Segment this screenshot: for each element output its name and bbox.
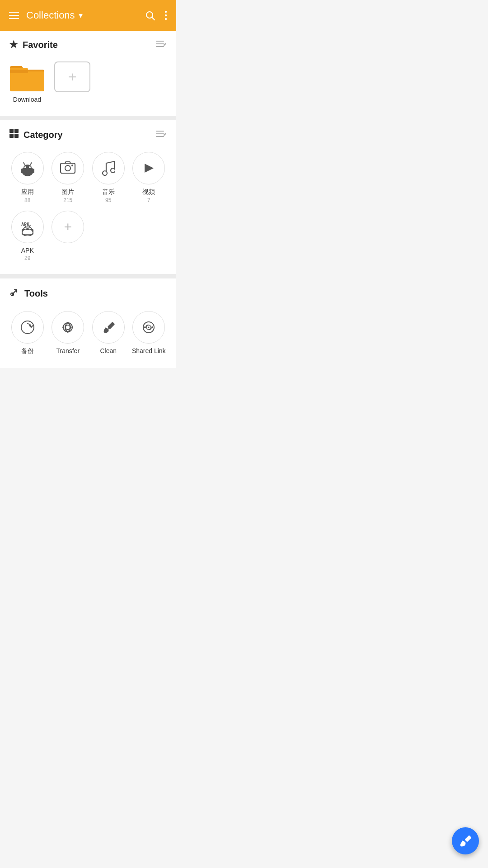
tools-items-grid: 备份 Transfer [9,309,167,360]
tool-item-shared-link[interactable]: Shared Link [131,311,168,355]
shared-link-icon [141,319,157,335]
wrench-icon [9,287,20,300]
android-icon [19,160,36,176]
tool-item-transfer[interactable]: Transfer [50,311,87,355]
svg-point-46 [67,331,69,333]
video-category-count: 7 [147,197,150,203]
app-header: Collections ▾ [0,0,176,31]
category-section: Category [0,120,176,274]
music-icon [102,160,115,176]
plus-icon-2: + [64,220,72,234]
favorite-section: ★ Favorite Download + [0,31,176,116]
svg-point-4 [165,18,167,20]
category-item-app[interactable]: 应用 88 [9,152,46,203]
tools-header: Tools [9,287,167,300]
svg-rect-9 [10,71,44,91]
svg-point-45 [71,326,73,328]
svg-point-54 [151,326,153,328]
shared-link-icon-circle [132,311,165,344]
apk-icon-circle: APK [11,211,44,243]
svg-rect-11 [10,70,28,73]
video-category-name: 视频 [142,188,155,196]
tools-title-text: Tools [24,288,48,299]
header-title-group[interactable]: Collections ▾ [26,9,83,21]
svg-point-2 [165,11,167,13]
favorite-edit-button[interactable] [155,39,167,51]
edit-list-icon [155,39,167,48]
add-category-button[interactable]: + [50,211,87,261]
category-title-text: Category [23,130,63,140]
menu-button[interactable] [9,12,19,19]
category-item-photo[interactable]: 图片 215 [50,152,87,203]
shared-link-tool-label: Shared Link [132,347,166,354]
category-edit-button[interactable] [155,129,167,141]
svg-point-21 [24,166,26,168]
svg-point-3 [165,14,167,16]
favorite-title: ★ Favorite [9,39,58,51]
svg-line-39 [29,225,30,227]
backup-icon [19,319,36,335]
clean-icon-circle [92,311,125,344]
svg-rect-13 [14,129,19,133]
edit-list-icon-2 [155,129,167,138]
app-category-count: 88 [24,197,30,203]
transfer-icon [60,319,76,335]
svg-point-30 [103,171,107,175]
folder-download-label: Download [13,96,41,103]
transfer-tool-label: Transfer [56,347,80,354]
favorite-header: ★ Favorite [9,39,167,51]
svg-point-53 [144,326,146,328]
category-items-grid: 应用 88 图片 215 [9,150,167,266]
photo-category-name: 图片 [61,188,74,196]
apk-icon: APK [19,218,37,236]
apk-category-name: APK [21,247,34,254]
svg-line-1 [152,18,155,20]
header-title-text: Collections [26,9,75,21]
add-circle-icon: + [52,211,84,243]
music-category-count: 95 [105,197,111,203]
svg-rect-20 [22,168,33,174]
plus-icon: + [68,70,77,84]
svg-point-31 [111,168,115,173]
divider-2 [0,274,176,278]
tool-item-clean[interactable]: Clean [90,311,127,355]
svg-point-47 [62,326,64,328]
add-folder-button[interactable]: + [54,61,90,92]
video-icon-circle [132,152,165,184]
app-icon-circle [11,152,44,184]
header-right [145,10,167,21]
app-category-name: 应用 [21,188,34,196]
folder-item-download[interactable]: Download [9,61,45,103]
backup-icon-circle [11,311,44,344]
category-header: Category [9,128,167,141]
more-options-button[interactable] [164,10,167,21]
tool-item-backup[interactable]: 备份 [9,311,46,355]
clean-tool-label: Clean [100,347,117,354]
svg-point-29 [71,165,73,166]
favorite-items-list: Download + [9,60,167,108]
play-icon [141,162,156,175]
svg-line-23 [23,163,25,165]
search-button[interactable] [145,10,155,21]
svg-rect-26 [33,169,34,173]
category-item-apk[interactable]: APK APK 29 [9,211,46,261]
svg-marker-32 [145,164,154,173]
svg-point-22 [29,166,31,168]
svg-point-36 [24,228,26,230]
category-item-music[interactable]: 音乐 95 [90,152,127,203]
svg-point-44 [67,322,69,324]
favorite-title-text: Favorite [23,40,58,50]
tools-section: Tools 备份 [0,278,176,368]
category-item-video[interactable]: 视频 7 [131,152,168,203]
clean-brush-icon [100,319,117,335]
music-icon-circle [92,152,125,184]
music-category-name: 音乐 [102,188,115,196]
svg-rect-15 [14,134,19,138]
svg-point-41 [21,321,34,334]
search-icon [145,10,155,21]
svg-rect-12 [9,129,14,133]
svg-line-24 [30,163,32,165]
backup-tool-label: 备份 [21,347,34,355]
svg-rect-27 [61,163,75,173]
svg-point-52 [148,327,150,328]
